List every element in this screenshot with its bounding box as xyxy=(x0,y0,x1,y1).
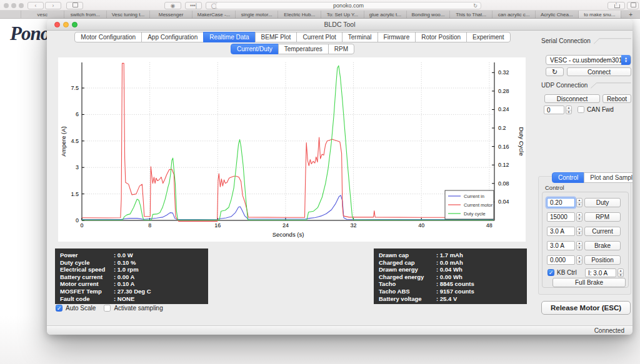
tab-experiment[interactable]: Experiment xyxy=(466,32,511,42)
kb-current-stepper[interactable]: ▲▼ xyxy=(618,268,624,277)
serial-port-select[interactable]: VESC - cu.usbmodem301 ▲▼ xyxy=(546,55,631,65)
bldc-tool-window: BLDC Tool Motor ConfigurationApp Configu… xyxy=(47,19,632,335)
browser-tab[interactable]: vesc xyxy=(21,11,64,18)
browser-minimize-button[interactable] xyxy=(11,3,16,8)
subtab-current-duty[interactable]: Current/Duty xyxy=(231,44,279,54)
stats-panel-left: Power: 0.0 WDuty cycle: 0.10 %Electrical… xyxy=(55,248,208,304)
svg-text:Ampere (A): Ampere (A) xyxy=(60,126,67,157)
svg-text:16: 16 xyxy=(214,222,221,229)
browser-tab[interactable]: Messenger xyxy=(150,11,193,18)
tab-terminal[interactable]: Terminal xyxy=(342,32,378,42)
stat-row: Battery voltage: 25.4 V xyxy=(379,295,522,303)
udp-connection-title: UDP Connection xyxy=(541,82,588,89)
subtab-temperatures[interactable]: Temperatures xyxy=(278,44,329,54)
chart-svg: 08162432404801.534.567.50.040.080.120.16… xyxy=(58,57,526,242)
can-id-input[interactable]: 0 xyxy=(544,106,564,114)
current-value-input[interactable]: 3.0 A xyxy=(547,227,575,236)
can-id-stepper[interactable]: ▲▼ xyxy=(566,106,572,114)
main-tab-bar: Motor ConfigurationApp ConfigurationReal… xyxy=(47,32,538,42)
browser-tab[interactable]: Acrylic Chea... xyxy=(536,11,579,18)
full-brake-button[interactable]: Full Brake xyxy=(552,278,626,287)
kb-ctrl-checkbox[interactable]: ✓ xyxy=(548,269,554,276)
back-button[interactable]: ‹ xyxy=(28,2,44,9)
activate-sampling-checkbox[interactable] xyxy=(104,305,111,312)
duty-value-input[interactable]: 0.20 xyxy=(547,198,575,207)
browser-tab-bar: vescswitch from...Vesc tuning t...Messen… xyxy=(0,11,640,19)
refresh-icon: ↻ xyxy=(552,68,558,76)
kb-current-input[interactable]: I: 3.0 A xyxy=(585,268,616,277)
svg-text:8: 8 xyxy=(148,222,151,229)
rpm-stepper[interactable]: ▲▼ xyxy=(576,212,582,222)
groupbox-notch xyxy=(590,81,631,89)
browser-close-button[interactable] xyxy=(4,3,9,8)
extension-globe-icon[interactable]: ◉ xyxy=(164,2,181,9)
kb-ctrl-label: KB Ctrl xyxy=(557,269,577,276)
serial-port-value: VESC - cu.usbmodem301 xyxy=(550,57,622,64)
tab-bemf-plot[interactable]: BEMF Plot xyxy=(255,32,298,42)
extension-dots-icon[interactable]: •••| xyxy=(185,2,202,9)
svg-text:3: 3 xyxy=(76,164,79,170)
share-icon[interactable] xyxy=(608,2,625,9)
tab-firmware[interactable]: Firmware xyxy=(378,32,416,42)
rpm-value-input[interactable]: 15000 xyxy=(547,212,575,222)
can-fwd-checkbox[interactable] xyxy=(578,106,584,113)
window-title: BLDC Tool xyxy=(47,21,632,28)
browser-tab[interactable]: Bonding woo... xyxy=(407,11,450,18)
tab-motor-configuration[interactable]: Motor Configuration xyxy=(74,32,142,42)
address-bar[interactable]: ponoko.com ↻ xyxy=(216,2,481,9)
browser-tab[interactable]: to make snu... xyxy=(579,11,622,18)
duty-button[interactable]: Duty xyxy=(584,198,621,207)
browser-tab[interactable]: can acrylic c... xyxy=(492,11,536,18)
refresh-ports-button[interactable]: ↻ xyxy=(546,67,564,76)
browser-zoom-button[interactable] xyxy=(19,3,24,8)
browser-tab[interactable]: switch from... xyxy=(64,11,108,18)
rpm-button[interactable]: RPM xyxy=(584,212,621,222)
position-button[interactable]: Position xyxy=(584,255,621,265)
current-button[interactable]: Current xyxy=(584,227,621,236)
browser-tab[interactable]: To: Set Up Y... xyxy=(321,11,364,18)
control-tab-control[interactable]: Control xyxy=(552,172,584,183)
tab-rotor-position[interactable]: Rotor Position xyxy=(415,32,467,42)
brake-value-input[interactable]: 3.0 A xyxy=(547,241,575,250)
reboot-button[interactable]: Reboot xyxy=(602,94,631,103)
stat-row: MOSFET Temp: 27.30 Deg C xyxy=(60,288,203,295)
browser-tab[interactable]: glue acrylic t... xyxy=(364,11,408,18)
new-tab-button[interactable]: + xyxy=(621,11,640,18)
disconnect-button[interactable]: Disconnect xyxy=(544,94,600,103)
current-stepper[interactable]: ▲▼ xyxy=(576,227,582,236)
browser-tab[interactable]: Electric Hub... xyxy=(278,11,321,18)
release-motor-button[interactable]: Release Motor (ESC) xyxy=(541,301,631,315)
svg-text:0.08: 0.08 xyxy=(498,180,509,187)
svg-text:Duty Cycle: Duty Cycle xyxy=(518,127,525,156)
ponoko-logo: Pono xyxy=(10,22,49,45)
connect-button[interactable]: Connect xyxy=(567,67,631,76)
udp-connection-group: UDP Connection xyxy=(541,81,631,89)
browser-tab[interactable]: MakerCase -... xyxy=(192,11,236,18)
stat-row: Charged energy: 0.00 Wh xyxy=(379,273,522,281)
activate-sampling-label: Activate sampling xyxy=(114,305,162,312)
tab-app-configuration[interactable]: App Configuration xyxy=(141,32,204,42)
auto-scale-checkbox[interactable]: ✓ xyxy=(56,305,62,312)
svg-text:Seconds (s): Seconds (s) xyxy=(272,231,304,238)
control-group-title: Control xyxy=(545,184,564,191)
duty-stepper[interactable]: ▲▼ xyxy=(576,198,582,207)
tab-overview-icon[interactable] xyxy=(627,2,639,9)
svg-text:7.5: 7.5 xyxy=(71,85,79,91)
reload-icon[interactable]: ↻ xyxy=(473,2,478,9)
tab-current-plot[interactable]: Current Plot xyxy=(296,32,342,42)
sidebar-icon[interactable] xyxy=(66,2,83,9)
browser-tab[interactable]: Vesc tuning t... xyxy=(107,11,150,18)
window-titlebar[interactable]: BLDC Tool xyxy=(47,19,632,31)
forward-button[interactable]: › xyxy=(45,2,61,9)
brake-stepper[interactable]: ▲▼ xyxy=(576,241,582,250)
position-value-input[interactable]: 0.000 xyxy=(547,255,575,265)
position-stepper[interactable]: ▲▼ xyxy=(576,255,582,265)
brake-button[interactable]: Brake xyxy=(584,241,621,250)
tab-realtime-data[interactable]: Realtime Data xyxy=(203,32,255,42)
subtab-rpm[interactable]: RPM xyxy=(328,44,354,54)
control-tab-plot-and-sample[interactable]: Plot and Sample xyxy=(584,172,632,183)
browser-tab[interactable]: single motor... xyxy=(236,11,279,18)
svg-text:24: 24 xyxy=(282,222,289,229)
browser-tab[interactable]: This to That... xyxy=(450,11,493,18)
svg-text:1.5: 1.5 xyxy=(71,191,79,197)
